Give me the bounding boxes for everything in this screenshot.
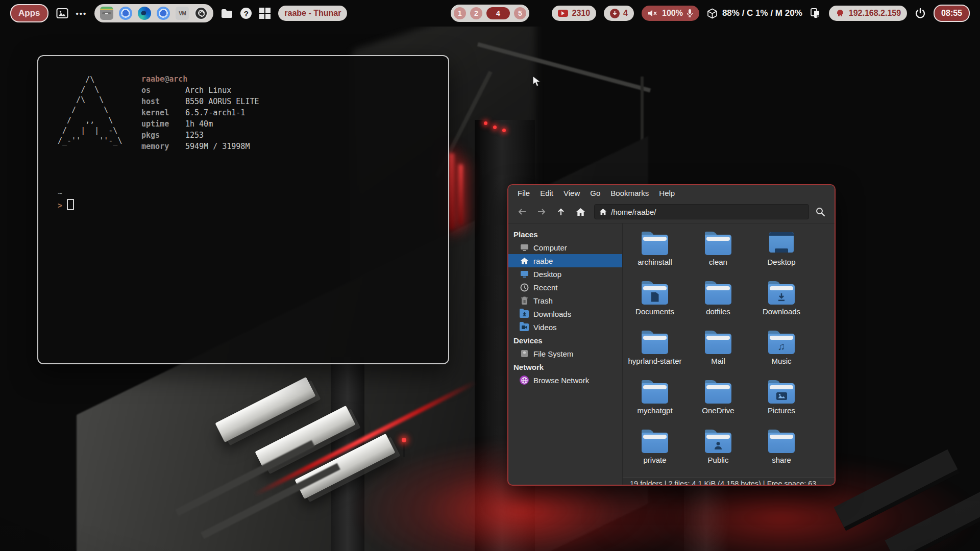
pictures-folder-icon: [768, 380, 795, 404]
browser-blue-icon[interactable]: [119, 7, 132, 20]
folder-pictures[interactable]: Pictures: [750, 378, 813, 428]
sidebar-item-label: raabe: [533, 257, 553, 265]
prompt-path: ~: [58, 188, 74, 199]
power-button[interactable]: [915, 8, 926, 19]
folder-mail[interactable]: Mail: [687, 329, 750, 378]
sidebar-item-label: Desktop: [533, 270, 561, 279]
screenshot-button[interactable]: [56, 8, 68, 19]
videos-folder-icon: [520, 322, 529, 332]
music-note-glyph: ♫: [778, 341, 786, 352]
folder-public[interactable]: Public: [687, 428, 750, 477]
vmware-icon[interactable]: VM: [176, 7, 189, 20]
folder-archinstall[interactable]: archinstall: [623, 230, 687, 279]
system-stats-text: 88% / C 1% / M 20%: [722, 8, 802, 18]
terminal-content: /\ / \ /\ \ / \ / ,, \ / | | -\ /_-'' ''…: [54, 69, 433, 350]
workspace-4-active[interactable]: 4: [486, 7, 510, 19]
youtube-module[interactable]: 2310: [552, 6, 596, 21]
active-window-title[interactable]: raabe - Thunar: [278, 6, 347, 21]
sidebar-item-raabe-selected[interactable]: raabe: [508, 254, 622, 267]
file-label: archinstall: [638, 258, 672, 266]
sidebar-item-recent[interactable]: Recent: [508, 281, 622, 294]
apps-button[interactable]: Apps: [10, 4, 48, 22]
sidebar-item-label: Browse Network: [533, 376, 589, 385]
windows-menu-button[interactable]: [259, 8, 271, 19]
home-icon: [599, 208, 607, 215]
terminal-window[interactable]: /\ / \ /\ \ / \ / ,, \ / | | -\ /_-'' ''…: [37, 55, 449, 364]
file-cabinet-icon[interactable]: [100, 7, 113, 20]
clock-module[interactable]: 08:55: [934, 5, 970, 22]
help-button[interactable]: ?: [240, 8, 252, 19]
folder-clean[interactable]: clean: [687, 230, 750, 279]
up-button[interactable]: [552, 204, 570, 219]
fetch-row-host: hostB550 AORUS ELITE: [141, 96, 259, 107]
back-button[interactable]: [513, 204, 531, 219]
updates-module[interactable]: 4: [604, 6, 634, 21]
shell-prompt[interactable]: ~ >: [58, 188, 74, 211]
folder-desktop[interactable]: Desktop: [750, 230, 813, 279]
menu-edit[interactable]: Edit: [535, 187, 558, 199]
clipboard-button[interactable]: [810, 8, 821, 19]
folder-downloads[interactable]: Downloads: [750, 279, 813, 329]
folder-music[interactable]: ♫ Music: [750, 329, 813, 378]
more-icon[interactable]: •••: [76, 9, 87, 18]
menu-file[interactable]: File: [512, 187, 535, 199]
thunar-window[interactable]: File Edit View Go Bookmarks Help /home/r…: [507, 184, 836, 486]
folder-icon: [641, 430, 669, 453]
file-label: Public: [708, 456, 729, 464]
volume-module[interactable]: 100%: [642, 6, 699, 21]
prompt-symbol: >: [58, 201, 62, 210]
menu-bookmarks[interactable]: Bookmarks: [605, 187, 654, 199]
workspaces: 1 2 4 5: [451, 5, 529, 22]
volume-muted-icon: [648, 9, 658, 17]
folder-documents[interactable]: Documents: [623, 279, 687, 329]
fastfetch-output: raabe@arch osArch Linux hostB550 AORUS E…: [141, 73, 259, 152]
search-button[interactable]: [811, 204, 829, 219]
network-module[interactable]: 192.168.2.159: [829, 6, 907, 21]
sidebar-item-browse-network[interactable]: Browse Network: [508, 373, 622, 387]
path-bar[interactable]: /home/raabe/: [594, 204, 809, 219]
menu-view[interactable]: View: [558, 187, 585, 199]
workspace-2[interactable]: 2: [470, 7, 482, 19]
folder-icon: [221, 9, 233, 18]
edge-icon[interactable]: [138, 7, 151, 20]
system-stats-module[interactable]: 88% / C 1% / M 20%: [707, 8, 802, 19]
folder-mychatgpt[interactable]: mychatgpt: [623, 378, 687, 428]
music-folder-icon: ♫: [768, 331, 795, 354]
thunar-statusbar: 19 folders | 2 files: 4.1 KiB (4,158 byt…: [623, 477, 835, 486]
chromium-icon[interactable]: [157, 7, 170, 20]
package-icon: [707, 8, 718, 19]
folder-dotfiles[interactable]: dotfiles: [687, 279, 750, 329]
folder-onedrive[interactable]: OneDrive: [687, 378, 750, 428]
file-grid: archinstall clean Desktop Documents: [623, 223, 835, 477]
folder-hyprland-starter[interactable]: hyprland-starter: [623, 329, 687, 378]
sidebar-item-label: Downloads: [533, 310, 571, 318]
folder-icon: [768, 430, 795, 453]
downloads-folder-icon: [768, 281, 795, 305]
menu-go[interactable]: Go: [585, 187, 605, 199]
sidebar-item-computer[interactable]: Computer: [508, 241, 622, 254]
current-path: /home/raabe/: [611, 208, 656, 216]
arrow-up-icon: [557, 208, 565, 216]
forward-button[interactable]: [533, 204, 550, 219]
sidebar-item-desktop[interactable]: Desktop: [508, 267, 622, 281]
workspace-5[interactable]: 5: [514, 7, 526, 19]
folder-share[interactable]: share: [750, 428, 813, 477]
sidebar-item-downloads[interactable]: Downloads: [508, 307, 622, 320]
download-circle-icon: [610, 9, 620, 18]
files-button[interactable]: [221, 9, 233, 18]
terminal-cursor: [67, 199, 74, 210]
folder-icon: [704, 331, 732, 354]
home-button[interactable]: [572, 204, 589, 219]
sidebar-item-videos[interactable]: Videos: [508, 320, 622, 334]
workspace-1[interactable]: 1: [454, 7, 466, 19]
downloads-folder-icon: [520, 309, 529, 318]
folder-private[interactable]: private: [623, 428, 687, 477]
sidebar-item-trash[interactable]: Trash: [508, 294, 622, 307]
sidebar-item-file-system[interactable]: File System: [508, 347, 622, 360]
obs-icon[interactable]: [194, 7, 208, 20]
file-label: mychatgpt: [637, 406, 672, 415]
active-window-title-label: raabe - Thunar: [284, 9, 341, 18]
file-label: private: [643, 456, 666, 464]
folder-icon: [641, 232, 669, 255]
menu-help[interactable]: Help: [654, 187, 680, 199]
